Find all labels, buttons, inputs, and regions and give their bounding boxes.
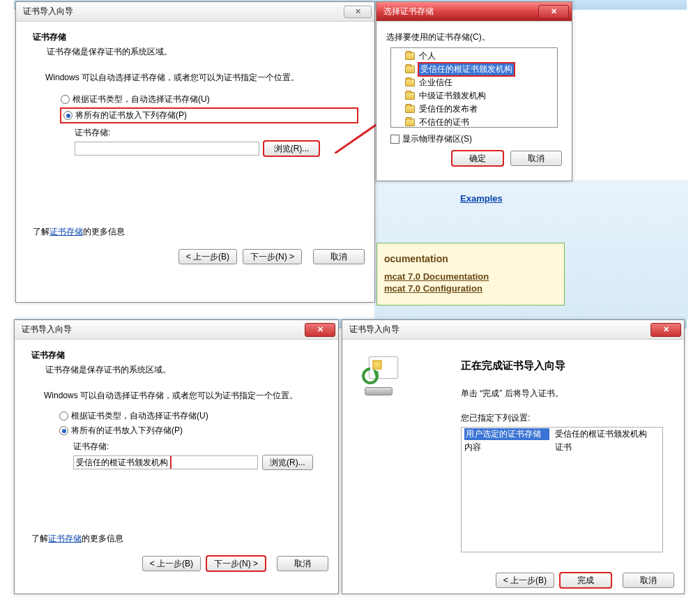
- section-title: 证书存储: [31, 349, 321, 361]
- close-button[interactable]: ✕: [650, 323, 681, 337]
- completion-heading: 正在完成证书导入向导: [461, 359, 671, 372]
- tree-item-personal[interactable]: 个人: [395, 50, 554, 63]
- titlebar: 证书导入向导 ✕: [16, 2, 374, 22]
- folder-icon: [405, 92, 415, 100]
- close-button[interactable]: ✕: [344, 6, 372, 18]
- cancel-button[interactable]: 取消: [623, 573, 674, 588]
- cancel-button[interactable]: 取消: [313, 249, 365, 264]
- settings-label: 您已指定下列设置:: [461, 412, 671, 424]
- store-value-highlight: 受信任的根证书颁发机构: [73, 455, 172, 469]
- wizard-window-3: 证书导入向导 ✕ 正在完成证书导入向导 单击 “完成” 后将导入证书。 您已指定…: [342, 319, 685, 594]
- radio-manual-label: 将所有的证书放入下列存储(P): [71, 425, 183, 437]
- titlebar: 证书导入向导 ✕: [15, 320, 338, 340]
- tree-label: 中级证书颁发机构: [419, 90, 486, 102]
- close-button[interactable]: ✕: [538, 5, 569, 19]
- learn-link[interactable]: 证书存储: [48, 534, 82, 543]
- learn-post: 的更多信息: [83, 227, 125, 236]
- close-button[interactable]: ✕: [305, 323, 335, 337]
- learn-link[interactable]: 证书存储: [50, 227, 83, 236]
- folder-icon: [405, 52, 415, 60]
- doc-link-2[interactable]: mcat 7.0 Configuration: [384, 283, 557, 294]
- settings-listbox[interactable]: 用户选定的证书存储 受信任的根证书颁发机构 内容 证书: [461, 427, 663, 552]
- back-button[interactable]: < 上一步(B): [496, 573, 554, 588]
- folder-icon: [405, 66, 415, 73]
- instruction-text: 选择要使用的证书存储(C)。: [386, 31, 562, 43]
- auto-text: Windows 可以自动选择证书存储，或者您可以为证书指定一个位置。: [44, 390, 321, 402]
- radio-manual[interactable]: [63, 111, 73, 120]
- tree-label: 个人: [419, 50, 436, 62]
- completion-instruction: 单击 “完成” 后将导入证书。: [461, 388, 671, 400]
- folder-icon: [405, 105, 415, 113]
- radio-auto[interactable]: [61, 95, 70, 104]
- tree-label-selected: 受信任的根证书颁发机构: [419, 63, 514, 75]
- row1-key: 用户选定的证书存储: [464, 428, 549, 440]
- store-tree[interactable]: 个人 受信任的根证书颁发机构 企业信任 中级证书颁发机构 受信任的发布者 不信任…: [390, 47, 558, 128]
- titlebar: 选择证书存储 ✕: [376, 2, 572, 22]
- row2-key: 内容: [462, 441, 552, 454]
- ok-button[interactable]: 确定: [452, 151, 503, 166]
- doc-link-1[interactable]: mcat 7.0 Documentation: [384, 271, 557, 282]
- store-label: 证书存储:: [75, 127, 358, 139]
- tree-item-trusted-pub[interactable]: 受信任的发布者: [395, 103, 554, 116]
- browse-button[interactable]: 浏览(R)...: [262, 455, 313, 470]
- row1-val: 受信任的根证书颁发机构: [552, 428, 662, 441]
- titlebar: 证书导入向导 ✕: [342, 320, 684, 340]
- folder-icon: [405, 79, 415, 86]
- radio-auto-row[interactable]: 根据证书类型，自动选择证书存储(U): [61, 93, 358, 105]
- tree-label: 受信任的发布者: [419, 103, 478, 115]
- tree-item-untrusted[interactable]: 不信任的证书: [395, 116, 554, 128]
- learn-post: 的更多信息: [82, 534, 123, 543]
- store-textfield[interactable]: 受信任的根证书颁发机构: [73, 455, 258, 469]
- examples-link[interactable]: Examples: [460, 193, 503, 204]
- next-button[interactable]: 下一步(N) >: [243, 249, 302, 264]
- radio-manual[interactable]: [59, 426, 68, 435]
- auto-text: Windows 可以自动选择证书存储，或者您可以为证书指定一个位置。: [45, 72, 358, 84]
- radio-manual-row[interactable]: 将所有的证书放入下列存储(P): [59, 425, 321, 437]
- tree-item-intermediate[interactable]: 中级证书颁发机构: [395, 89, 554, 103]
- window-title: 证书导入向导: [349, 324, 650, 335]
- tree-item-enterprise[interactable]: 企业信任: [395, 76, 554, 89]
- window-title: 证书导入向导: [23, 6, 344, 17]
- section-subtitle: 证书存储是保存证书的系统区域。: [45, 364, 321, 376]
- learn-pre: 了解: [31, 534, 48, 543]
- store-select-dialog: 选择证书存储 ✕ 选择要使用的证书存储(C)。 个人 受信任的根证书颁发机构 企…: [376, 1, 572, 181]
- section-title: 证书存储: [33, 31, 358, 43]
- tree-label: 企业信任: [419, 77, 452, 89]
- section-subtitle: 证书存储是保存证书的系统区域。: [47, 46, 358, 58]
- radio-manual-row[interactable]: 将所有的证书放入下列存储(P): [61, 108, 358, 123]
- tree-item-trusted-root[interactable]: 受信任的根证书颁发机构: [395, 63, 554, 76]
- window-title: 选择证书存储: [383, 6, 538, 17]
- wizard-window-2: 证书导入向导 ✕ 证书存储 证书存储是保存证书的系统区域。 Windows 可以…: [14, 319, 339, 594]
- store-label: 证书存储:: [73, 441, 321, 453]
- back-button[interactable]: < 上一步(B): [142, 556, 201, 571]
- show-physical-checkbox[interactable]: [390, 135, 400, 144]
- tree-label: 不信任的证书: [419, 116, 469, 128]
- window-title: 证书导入向导: [22, 324, 305, 335]
- learn-pre: 了解: [33, 227, 50, 236]
- folder-icon: [405, 119, 415, 126]
- next-button[interactable]: 下一步(N) >: [206, 556, 266, 571]
- cancel-button[interactable]: 取消: [277, 556, 328, 571]
- show-physical-label: 显示物理存储区(S): [402, 134, 472, 144]
- radio-manual-label: 将所有的证书放入下列存储(P): [75, 110, 187, 121]
- show-physical-row[interactable]: 显示物理存储区(S): [390, 133, 562, 145]
- finish-button[interactable]: 完成: [560, 573, 611, 588]
- back-button[interactable]: < 上一步(B): [178, 249, 237, 264]
- radio-auto-label: 根据证书类型，自动选择证书存储(U): [71, 410, 208, 422]
- browse-button[interactable]: 浏览(R)...: [264, 141, 319, 156]
- completion-icon: [359, 356, 398, 395]
- row2-val: 证书: [552, 441, 662, 454]
- cancel-button[interactable]: 取消: [510, 151, 562, 166]
- wizard-window-1: 证书导入向导 ✕ 证书存储 证书存储是保存证书的系统区域。 Windows 可以…: [15, 1, 375, 303]
- radio-auto[interactable]: [59, 412, 68, 421]
- radio-auto-label: 根据证书类型，自动选择证书存储(U): [73, 93, 210, 105]
- documentation-card: ocumentation mcat 7.0 Documentation mcat…: [376, 243, 565, 305]
- radio-auto-row[interactable]: 根据证书类型，自动选择证书存储(U): [59, 410, 321, 422]
- store-textfield[interactable]: [75, 142, 259, 156]
- doc-header: ocumentation: [384, 253, 557, 264]
